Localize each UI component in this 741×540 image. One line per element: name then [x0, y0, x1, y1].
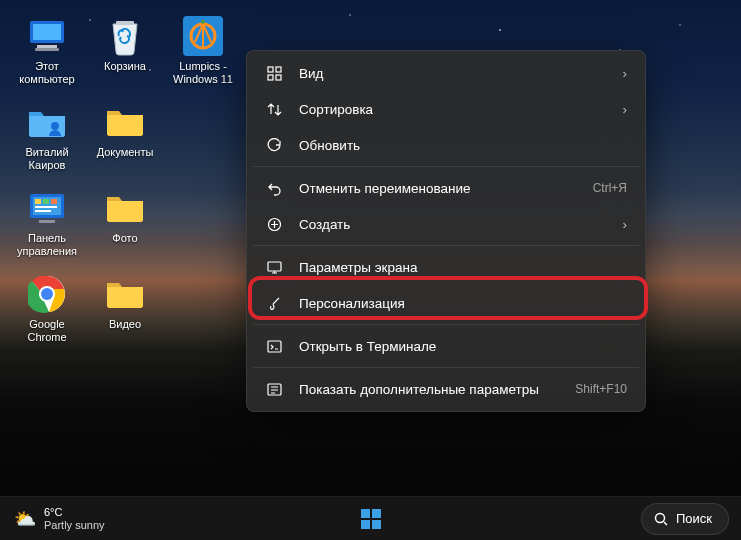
svg-point-35	[655, 513, 664, 522]
plus-icon	[265, 217, 283, 232]
menu-item-more-options[interactable]: Показать дополнительные параметры Shift+…	[251, 371, 641, 407]
refresh-icon	[265, 138, 283, 153]
svg-rect-17	[35, 206, 57, 208]
svg-rect-28	[268, 262, 281, 271]
menu-label: Параметры экрана	[299, 260, 627, 275]
svg-rect-29	[268, 341, 281, 352]
weather-temp: 6°C	[44, 506, 105, 519]
icon-documents-folder[interactable]: Документы	[86, 96, 164, 182]
search-label: Поиск	[676, 511, 712, 526]
icon-photo-folder[interactable]: Фото	[86, 182, 164, 268]
icon-label: Документы	[97, 146, 154, 159]
menu-shortcut: Shift+F10	[575, 382, 627, 396]
search-icon	[654, 512, 668, 526]
svg-rect-34	[372, 520, 381, 529]
icon-recycle-bin[interactable]: Корзина	[86, 10, 164, 96]
svg-rect-14	[35, 199, 41, 204]
icon-label: Панельуправления	[17, 232, 77, 258]
menu-label: Открыть в Терминале	[299, 339, 627, 354]
svg-rect-33	[361, 520, 370, 529]
menu-label: Вид	[299, 66, 623, 81]
taskbar[interactable]: ⛅ 6°C Partly sunny Поиск	[0, 496, 741, 540]
chevron-right-icon: ›	[623, 217, 628, 232]
menu-item-refresh[interactable]: Обновить	[251, 127, 641, 163]
menu-label: Отменить переименование	[299, 181, 593, 196]
pc-icon	[27, 16, 67, 56]
icon-chrome[interactable]: GoogleChrome	[8, 268, 86, 354]
icon-label: Видео	[109, 318, 141, 331]
svg-rect-16	[51, 199, 57, 204]
icon-user-folder[interactable]: ВиталийКаиров	[8, 96, 86, 182]
menu-item-display-settings[interactable]: Параметры экрана	[251, 249, 641, 285]
user-folder-icon	[27, 102, 67, 142]
menu-separator	[253, 324, 639, 325]
grid-icon	[265, 66, 283, 81]
icon-label: Фото	[112, 232, 137, 245]
recycle-bin-icon	[105, 16, 145, 56]
display-icon	[265, 260, 283, 275]
icon-label: Lumpics -Windows 11	[173, 60, 233, 86]
menu-separator	[253, 245, 639, 246]
weather-text: 6°C Partly sunny	[44, 506, 105, 532]
menu-item-personalization[interactable]: Персонализация	[251, 285, 641, 321]
chevron-right-icon: ›	[623, 102, 628, 117]
icon-label: ВиталийКаиров	[25, 146, 68, 172]
menu-item-undo-rename[interactable]: Отменить переименование Ctrl+Я	[251, 170, 641, 206]
undo-icon	[265, 181, 283, 196]
svg-rect-1	[33, 24, 61, 40]
context-menu: Вид › Сортировка › Обновить Отменить пер…	[246, 50, 646, 412]
menu-item-sort[interactable]: Сортировка ›	[251, 91, 641, 127]
weather-condition: Partly sunny	[44, 519, 105, 532]
menu-separator	[253, 367, 639, 368]
chrome-icon	[27, 274, 67, 314]
menu-label: Сортировка	[299, 102, 623, 117]
svg-point-11	[51, 122, 59, 130]
svg-rect-19	[39, 220, 55, 223]
svg-rect-23	[268, 67, 273, 72]
more-options-icon	[265, 382, 283, 397]
menu-item-new[interactable]: Создать ›	[251, 206, 641, 242]
icon-label: Корзина	[104, 60, 146, 73]
weather-icon: ⛅	[14, 508, 36, 530]
svg-rect-18	[35, 210, 51, 212]
svg-rect-25	[268, 75, 273, 80]
sort-icon	[265, 102, 283, 117]
taskbar-search[interactable]: Поиск	[641, 503, 729, 535]
svg-rect-15	[43, 199, 49, 204]
svg-point-10	[201, 20, 205, 24]
svg-rect-31	[361, 509, 370, 518]
folder-icon	[105, 102, 145, 142]
control-panel-icon	[27, 188, 67, 228]
menu-label: Показать дополнительные параметры	[299, 382, 575, 397]
menu-label: Создать	[299, 217, 623, 232]
lumpics-icon	[183, 16, 223, 56]
terminal-icon	[265, 339, 283, 354]
folder-icon	[105, 188, 145, 228]
icon-label: GoogleChrome	[27, 318, 66, 344]
svg-rect-3	[35, 48, 59, 51]
icon-control-panel[interactable]: Панельуправления	[8, 182, 86, 268]
icon-this-pc[interactable]: Этоткомпьютер	[8, 10, 86, 96]
chevron-right-icon: ›	[623, 66, 628, 81]
icon-video-folder[interactable]: Видео	[86, 268, 164, 354]
svg-rect-26	[276, 75, 281, 80]
start-button[interactable]	[352, 500, 390, 538]
svg-rect-4	[116, 21, 134, 25]
menu-item-terminal[interactable]: Открыть в Терминале	[251, 328, 641, 364]
svg-rect-32	[372, 509, 381, 518]
icon-label: Этоткомпьютер	[19, 60, 74, 86]
menu-label: Обновить	[299, 138, 627, 153]
taskbar-weather[interactable]: ⛅ 6°C Partly sunny	[0, 506, 105, 532]
folder-icon	[105, 274, 145, 314]
icon-lumpics[interactable]: Lumpics -Windows 11	[164, 10, 242, 96]
menu-separator	[253, 166, 639, 167]
menu-item-view[interactable]: Вид ›	[251, 55, 641, 91]
windows-icon	[360, 508, 382, 530]
menu-shortcut: Ctrl+Я	[593, 181, 627, 195]
svg-rect-2	[37, 45, 57, 48]
svg-rect-24	[276, 67, 281, 72]
menu-label: Персонализация	[299, 296, 627, 311]
brush-icon	[265, 296, 283, 311]
svg-point-22	[41, 288, 53, 300]
